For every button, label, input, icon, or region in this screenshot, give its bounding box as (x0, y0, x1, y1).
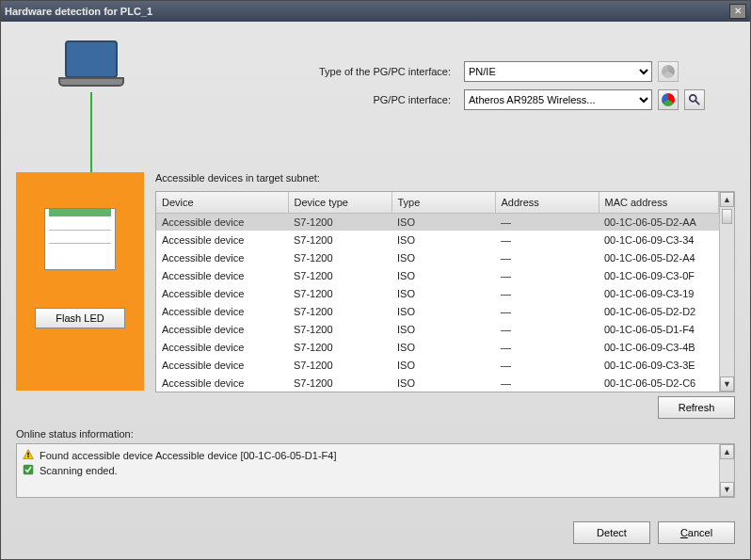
table-cell: — (495, 302, 599, 320)
table-cell: ISO (391, 302, 495, 320)
status-box: Found accessible device Accessible devic… (16, 443, 735, 498)
table-cell: — (495, 213, 599, 231)
svg-point-0 (690, 95, 696, 102)
content-area: Type of the PG/PC interface: PN/IE PG/PC… (1, 22, 750, 521)
col-device[interactable]: Device (156, 192, 288, 213)
table-cell: 00-1C-06-09-C3-0F (599, 266, 719, 284)
pgpc-type-label: Type of the PG/PC interface: (167, 66, 458, 77)
pgpc-iface-select[interactable]: Atheros AR9285 Wireless... (464, 89, 652, 110)
dialog-footer: Detect Cancel (1, 521, 750, 559)
table-row[interactable]: Accessible deviceS7-1200ISO—00-1C-06-09-… (156, 284, 719, 302)
table-row[interactable]: Accessible deviceS7-1200ISO—00-1C-06-05-… (156, 213, 719, 231)
table-cell: S7-1200 (288, 248, 391, 266)
titlebar: Hardware detection for PLC_1 ✕ (1, 1, 750, 22)
cancel-button[interactable]: Cancel (658, 521, 735, 544)
plc-module-icon (44, 208, 116, 270)
scroll-up-icon[interactable]: ▲ (720, 444, 734, 459)
status-label: Online status information: (16, 428, 735, 440)
table-header-row: Device Device type Type Address MAC addr… (156, 192, 719, 213)
table-cell: S7-1200 (288, 338, 391, 356)
device-panel: Flash LED (16, 172, 144, 391)
color-circle-icon (662, 65, 675, 78)
connection-graphic (16, 33, 167, 172)
table-cell: S7-1200 (288, 284, 391, 302)
refresh-button[interactable]: Refresh (658, 396, 735, 419)
table-cell: 00-1C-06-09-C3-34 (599, 231, 719, 248)
table-cell: 00-1C-06-05-D2-AA (599, 213, 719, 231)
table-cell: ISO (391, 284, 495, 302)
table-cell: 00-1C-06-05-D2-A4 (599, 248, 719, 266)
table-cell: ISO (391, 374, 495, 392)
table-cell: Accessible device (156, 320, 288, 338)
table-cell: — (495, 284, 599, 302)
table-row[interactable]: Accessible deviceS7-1200ISO—00-1C-06-05-… (156, 302, 719, 320)
devices-table-area: Accessible devices in target subnet: Dev… (155, 172, 735, 419)
table-cell: Accessible device (156, 338, 288, 356)
table-scrollbar[interactable]: ▲ ▼ (719, 192, 734, 392)
table-row[interactable]: Accessible deviceS7-1200ISO—00-1C-06-09-… (156, 231, 719, 248)
magnifier-icon (688, 93, 701, 106)
scroll-up-icon[interactable]: ▲ (720, 192, 734, 207)
table-cell: — (495, 266, 599, 284)
table-cell: Accessible device (156, 266, 288, 284)
table-cell: ISO (391, 231, 495, 248)
scroll-thumb[interactable] (722, 209, 732, 224)
table-cell: ISO (391, 213, 495, 231)
pgpc-iface-search-button[interactable] (684, 89, 705, 110)
devices-table[interactable]: Device Device type Type Address MAC addr… (156, 192, 719, 392)
status-scrollbar[interactable]: ▲ ▼ (719, 444, 734, 497)
devices-grid: Device Device type Type Address MAC addr… (155, 191, 735, 392)
table-cell: S7-1200 (288, 320, 391, 338)
col-address[interactable]: Address (495, 192, 599, 213)
col-mac[interactable]: MAC address (599, 192, 719, 213)
scroll-down-icon[interactable]: ▼ (720, 482, 734, 497)
table-cell: ISO (391, 320, 495, 338)
col-type[interactable]: Type (391, 192, 495, 213)
table-cell: Accessible device (156, 356, 288, 374)
interface-form: Type of the PG/PC interface: PN/IE PG/PC… (167, 33, 735, 172)
table-row[interactable]: Accessible deviceS7-1200ISO—00-1C-06-09-… (156, 266, 719, 284)
top-row: Type of the PG/PC interface: PN/IE PG/PC… (16, 33, 735, 172)
status-text: Found accessible device Accessible devic… (40, 450, 337, 461)
status-line: Found accessible device Accessible devic… (23, 448, 713, 463)
table-cell: — (495, 248, 599, 266)
table-cell: 00-1C-06-05-D2-D2 (599, 302, 719, 320)
table-cell: Accessible device (156, 213, 288, 231)
table-row[interactable]: Accessible deviceS7-1200ISO—00-1C-06-05-… (156, 248, 719, 266)
close-button[interactable]: ✕ (729, 4, 746, 19)
table-row[interactable]: Accessible deviceS7-1200ISO—00-1C-06-05-… (156, 374, 719, 392)
status-section: Online status information: Found accessi… (16, 428, 735, 498)
table-cell: Accessible device (156, 248, 288, 266)
check-icon (23, 464, 34, 477)
table-cell: S7-1200 (288, 374, 391, 392)
col-device-type[interactable]: Device type (288, 192, 391, 213)
pgpc-type-select[interactable]: PN/IE (464, 61, 652, 82)
table-cell: ISO (391, 266, 495, 284)
table-cell: ISO (391, 248, 495, 266)
table-cell: Accessible device (156, 302, 288, 320)
table-cell: Accessible device (156, 284, 288, 302)
table-cell: 00-1C-06-09-C3-4B (599, 338, 719, 356)
pgpc-iface-info-button[interactable] (658, 89, 679, 110)
table-cell: — (495, 356, 599, 374)
table-row[interactable]: Accessible deviceS7-1200ISO—00-1C-06-09-… (156, 356, 719, 374)
dialog-window: Hardware detection for PLC_1 ✕ Type of t… (0, 0, 751, 560)
table-cell: Accessible device (156, 231, 288, 248)
table-cell: — (495, 320, 599, 338)
table-row[interactable]: Accessible deviceS7-1200ISO—00-1C-06-09-… (156, 338, 719, 356)
laptop-icon (58, 40, 124, 92)
table-cell: S7-1200 (288, 231, 391, 248)
table-cell: 00-1C-06-09-C3-3E (599, 356, 719, 374)
flash-led-button[interactable]: Flash LED (35, 308, 125, 328)
table-cell: S7-1200 (288, 266, 391, 284)
status-line: Scanning ended. (23, 463, 713, 478)
pgpc-iface-label: PG/PC interface: (167, 94, 458, 105)
detect-button[interactable]: Detect (573, 521, 650, 544)
table-cell: — (495, 374, 599, 392)
table-cell: ISO (391, 338, 495, 356)
status-text: Scanning ended. (40, 465, 118, 476)
table-cell: ISO (391, 356, 495, 374)
window-title: Hardware detection for PLC_1 (5, 6, 729, 17)
table-row[interactable]: Accessible deviceS7-1200ISO—00-1C-06-05-… (156, 320, 719, 338)
scroll-down-icon[interactable]: ▼ (720, 376, 734, 392)
